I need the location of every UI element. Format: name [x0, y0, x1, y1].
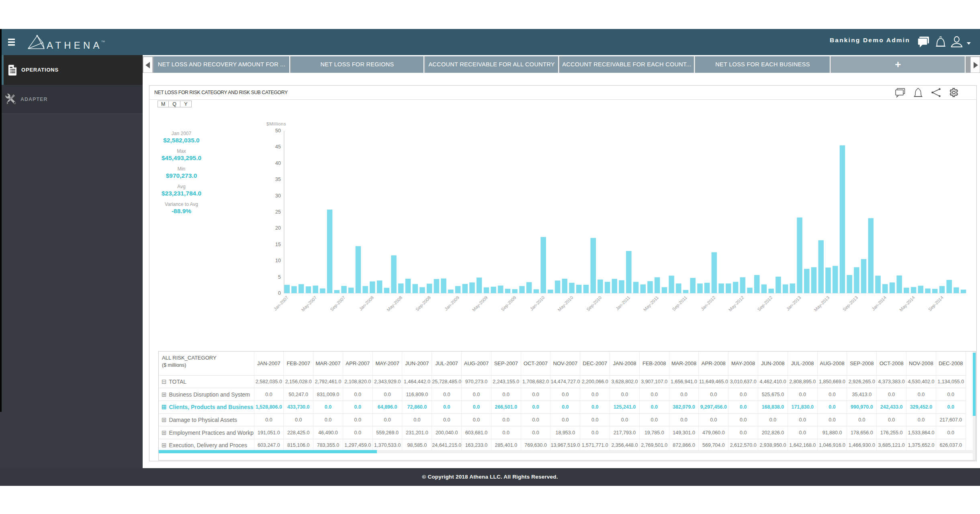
svg-text:May-2013: May-2013 [813, 295, 830, 312]
svg-text:Sep-2008: Sep-2008 [415, 295, 432, 312]
svg-text:May-2014: May-2014 [898, 295, 916, 312]
svg-text:0: 0 [278, 290, 281, 296]
svg-text:May-2009: May-2009 [471, 295, 489, 312]
svg-text:$Millions: $Millions [266, 121, 286, 126]
svg-text:May-2008: May-2008 [386, 295, 403, 312]
svg-text:Sep-2009: Sep-2009 [500, 295, 517, 312]
svg-text:May-2007: May-2007 [300, 295, 317, 312]
svg-text:45: 45 [275, 144, 281, 150]
svg-text:Sep-2014: Sep-2014 [927, 295, 944, 312]
svg-text:10: 10 [275, 258, 281, 263]
svg-text:15: 15 [275, 242, 281, 247]
svg-text:May-2010: May-2010 [556, 295, 574, 312]
svg-text:5: 5 [278, 274, 281, 280]
svg-text:20: 20 [275, 225, 281, 231]
svg-text:35: 35 [275, 177, 281, 182]
svg-text:Sep-2013: Sep-2013 [842, 295, 859, 312]
svg-text:Jan-2013: Jan-2013 [786, 295, 802, 311]
svg-text:50: 50 [275, 128, 281, 134]
svg-text:Jan-2012: Jan-2012 [700, 295, 716, 311]
svg-text:Jan-2008: Jan-2008 [358, 295, 374, 311]
svg-text:Sep-2011: Sep-2011 [671, 295, 688, 312]
svg-text:Sep-2010: Sep-2010 [585, 295, 602, 312]
svg-text:Jan-2007: Jan-2007 [273, 295, 289, 311]
svg-text:Sep-2007: Sep-2007 [329, 295, 346, 312]
svg-text:30: 30 [275, 193, 281, 199]
svg-text:25: 25 [275, 209, 281, 215]
svg-text:40: 40 [275, 160, 281, 166]
svg-text:Sep-2012: Sep-2012 [756, 295, 773, 312]
svg-text:May-2012: May-2012 [728, 295, 745, 312]
svg-text:May-2011: May-2011 [642, 295, 660, 312]
svg-text:Jan-2009: Jan-2009 [444, 295, 460, 311]
svg-text:Jan-2014: Jan-2014 [871, 295, 887, 311]
svg-text:Jan-2010: Jan-2010 [529, 295, 546, 311]
svg-text:Jan-2011: Jan-2011 [615, 295, 631, 311]
